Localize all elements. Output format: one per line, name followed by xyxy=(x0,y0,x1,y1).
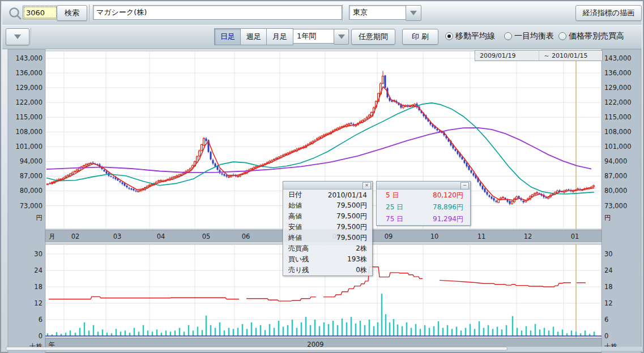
app-window: 3060 検索 マガシーク(株) 東京 経済指標の描画 日足 週足 月足 1年間… xyxy=(0,0,644,353)
svg-text:03: 03 xyxy=(113,233,122,240)
chevron-down-icon xyxy=(338,35,345,39)
svg-text:122,000: 122,000 xyxy=(604,98,632,106)
svg-text:月: 月 xyxy=(49,233,56,240)
ohlc-tooltip-window[interactable]: × 日付2010/01/14 始値79,500円 高値79,500円 安値79,… xyxy=(283,181,373,276)
tooltip-value: 2株 xyxy=(356,244,367,253)
horizontal-scrollbar[interactable] xyxy=(2,347,642,351)
svg-text:12: 12 xyxy=(604,299,613,307)
search-button[interactable]: 検索 xyxy=(57,5,87,21)
tooltip-row: 安値79,500円 xyxy=(283,222,372,233)
minimize-icon[interactable]: − xyxy=(460,182,469,190)
svg-text:18: 18 xyxy=(604,283,613,291)
svg-text:04: 04 xyxy=(157,233,165,240)
svg-text:円: 円 xyxy=(36,214,43,222)
print-button[interactable]: 印 刷 xyxy=(402,29,438,45)
period-select-arrow[interactable] xyxy=(334,29,349,45)
tooltip-label: 始値 xyxy=(288,201,302,210)
svg-text:143,000: 143,000 xyxy=(604,54,632,62)
svg-text:18: 18 xyxy=(34,283,42,291)
svg-text:11: 11 xyxy=(477,233,486,240)
date-range-from: 2009/01/19 xyxy=(475,51,539,61)
tooltip-label: 日付 xyxy=(288,190,302,200)
svg-text:0: 0 xyxy=(39,332,42,340)
svg-text:108,000: 108,000 xyxy=(604,128,632,136)
legend-titlebar[interactable]: − xyxy=(377,182,470,190)
tab-weekly[interactable]: 週足 xyxy=(240,28,267,45)
toolbar-row-1: 3060 検索 マガシーク(株) 東京 経済指標の描画 xyxy=(2,2,642,25)
radio-label: 移動平均線 xyxy=(455,31,495,41)
svg-text:30: 30 xyxy=(34,250,42,258)
date-range-box: 2009/01/19 ～ 2010/01/15 xyxy=(475,50,603,61)
svg-text:101,000: 101,000 xyxy=(604,143,632,150)
tooltip-value: 79,500円 xyxy=(336,233,367,243)
toolbar-row-2: 日足 週足 月足 1年間 任意期間 印 刷 移動平均線 一目均衡表 価格帯別売買… xyxy=(2,25,642,49)
tab-daily[interactable]: 日足 xyxy=(214,28,241,45)
radio-label: 一目均衡表 xyxy=(514,31,554,41)
svg-text:30: 30 xyxy=(604,250,613,258)
tooltip-label: 安値 xyxy=(288,222,302,232)
divider xyxy=(342,5,343,21)
svg-text:122,000: 122,000 xyxy=(15,98,42,106)
tooltip-titlebar[interactable]: × xyxy=(283,182,372,190)
svg-text:94,000: 94,000 xyxy=(20,157,42,165)
svg-text:136,000: 136,000 xyxy=(604,69,632,77)
svg-text:129,000: 129,000 xyxy=(604,84,632,92)
economic-indicator-button[interactable]: 経済指標の描画 xyxy=(575,5,642,21)
svg-text:24: 24 xyxy=(34,266,42,274)
svg-text:6: 6 xyxy=(39,316,42,324)
tooltip-label: 終値 xyxy=(288,233,302,243)
tooltip-value: 0株 xyxy=(356,265,367,275)
stock-code-input[interactable]: 3060 xyxy=(23,6,58,19)
svg-text:115,000: 115,000 xyxy=(604,113,632,121)
radio-icon xyxy=(504,32,512,40)
tooltip-value: 2010/01/14 xyxy=(328,191,367,199)
tooltip-row: 終値79,500円 xyxy=(283,233,372,243)
scrollbar-thumb[interactable] xyxy=(6,347,507,351)
radio-volume-by-price[interactable]: 価格帯別売買高 xyxy=(558,28,624,44)
ma-value: 91,294円 xyxy=(433,214,463,224)
radio-icon xyxy=(445,32,453,40)
tooltip-row: 始値79,500円 xyxy=(283,200,372,211)
svg-text:73,000: 73,000 xyxy=(20,202,42,210)
market-select-arrow[interactable] xyxy=(406,5,421,21)
svg-text:73,000: 73,000 xyxy=(604,202,627,210)
svg-text:80,000: 80,000 xyxy=(20,187,42,195)
ma-label: 25 日 xyxy=(386,203,403,212)
period-select[interactable]: 1年間 xyxy=(293,29,337,44)
tab-monthly[interactable]: 月足 xyxy=(266,28,293,45)
svg-text:143,000: 143,000 xyxy=(15,54,42,62)
tooltip-value: 79,500円 xyxy=(336,222,367,232)
svg-text:0: 0 xyxy=(604,332,608,340)
tooltip-row: 買い残193株 xyxy=(283,254,372,265)
radio-moving-average[interactable]: 移動平均線 xyxy=(445,28,495,44)
radio-ichimoku[interactable]: 一目均衡表 xyxy=(504,28,554,44)
svg-text:94,000: 94,000 xyxy=(604,157,627,165)
svg-text:09: 09 xyxy=(385,233,393,240)
svg-text:02: 02 xyxy=(71,233,80,240)
ma-value: 78,896円 xyxy=(433,203,463,212)
tooltip-row: 売り残0株 xyxy=(283,265,372,275)
svg-text:01: 01 xyxy=(571,233,579,240)
close-icon[interactable]: × xyxy=(362,182,371,190)
tooltip-label: 高値 xyxy=(288,212,302,221)
custom-range-button[interactable]: 任意期間 xyxy=(351,29,395,45)
ma-label: 5 日 xyxy=(386,191,399,200)
radio-icon xyxy=(558,32,566,40)
chart-menu-button[interactable] xyxy=(6,28,29,45)
tooltip-value: 79,500円 xyxy=(336,212,367,221)
svg-text:108,000: 108,000 xyxy=(15,128,42,136)
svg-text:6: 6 xyxy=(604,316,608,324)
ma-legend-window[interactable]: − 5 日80,120円 25 日78,896円 75 日91,294円 xyxy=(376,181,471,226)
stock-name-input[interactable]: マガシーク(株) xyxy=(93,5,342,20)
tooltip-value: 79,500円 xyxy=(336,201,367,210)
svg-text:101,000: 101,000 xyxy=(15,143,42,150)
chevron-down-icon xyxy=(14,35,21,39)
tooltip-label: 買い残 xyxy=(288,255,309,264)
ma-legend-row: 25 日78,896円 xyxy=(377,201,470,213)
market-select[interactable]: 東京 xyxy=(349,5,409,20)
svg-text:80,000: 80,000 xyxy=(604,187,627,195)
divider xyxy=(31,28,32,45)
tooltip-row: 高値79,500円 xyxy=(283,211,372,222)
svg-text:12: 12 xyxy=(524,233,532,240)
tooltip-row: 売買高2株 xyxy=(283,243,372,254)
